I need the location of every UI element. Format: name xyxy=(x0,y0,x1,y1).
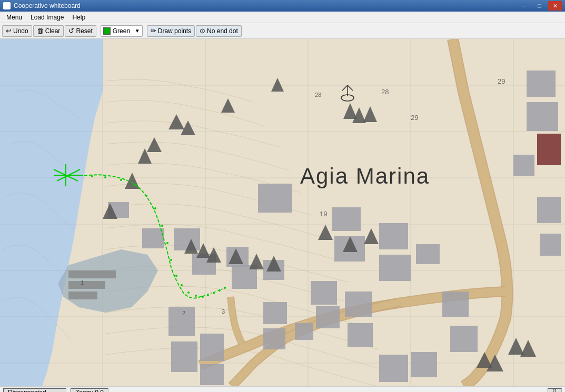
app-icon xyxy=(3,2,11,9)
svg-point-108 xyxy=(224,287,226,289)
svg-point-92 xyxy=(104,176,106,178)
svg-rect-38 xyxy=(295,323,313,340)
svg-rect-24 xyxy=(540,234,561,256)
svg-point-95 xyxy=(145,195,147,197)
svg-rect-32 xyxy=(442,292,469,317)
svg-rect-34 xyxy=(311,281,337,305)
clear-icon: 🗑 xyxy=(37,27,44,35)
svg-text:28: 28 xyxy=(381,88,389,96)
svg-rect-49 xyxy=(200,334,224,361)
svg-text:29: 29 xyxy=(498,77,505,85)
svg-point-107 xyxy=(219,289,221,292)
svg-rect-20 xyxy=(527,102,558,131)
app-title: Cooperative whiteboard xyxy=(14,2,517,9)
undo-label: Undo xyxy=(13,27,28,35)
svg-rect-43 xyxy=(142,228,164,248)
svg-point-100 xyxy=(175,275,177,277)
svg-text:1: 1 xyxy=(81,279,84,286)
svg-rect-18 xyxy=(68,292,97,299)
no-end-dot-label: No end dot xyxy=(207,27,238,35)
svg-point-104 xyxy=(202,296,204,298)
maximize-button[interactable]: □ xyxy=(533,1,547,11)
svg-rect-48 xyxy=(171,341,197,372)
status-right-panel: ⠿ xyxy=(548,388,562,393)
svg-rect-27 xyxy=(332,207,361,231)
draw-points-button[interactable]: ✏ Draw points xyxy=(147,25,195,37)
svg-rect-31 xyxy=(416,244,440,264)
svg-rect-16 xyxy=(68,270,116,278)
svg-text:3: 3 xyxy=(222,308,225,315)
city-name: Agia Marina xyxy=(300,164,430,188)
svg-text:2: 2 xyxy=(182,310,185,316)
svg-rect-26 xyxy=(258,184,292,213)
map-area[interactable]: 28 29 29 19 1 2 3 4 28 Agia Marina xyxy=(0,39,565,386)
svg-point-93 xyxy=(120,179,122,181)
svg-point-91 xyxy=(91,175,93,177)
svg-point-102 xyxy=(187,292,190,294)
svg-text:29: 29 xyxy=(411,114,418,122)
menu-load-image-item[interactable]: Load Image xyxy=(26,13,68,22)
toolbar: ↩ Undo 🗑 Clear ↺ Reset Green ▼ ✏ Draw po… xyxy=(0,23,565,39)
minimize-button[interactable]: ─ xyxy=(517,1,531,11)
menu-menu-item[interactable]: Menu xyxy=(2,13,26,22)
svg-rect-29 xyxy=(379,223,408,249)
color-dropdown[interactable]: Green ▼ xyxy=(101,25,143,37)
svg-point-99 xyxy=(170,259,172,261)
no-end-dot-icon: ⊙ xyxy=(200,27,205,35)
draw-points-icon: ✏ xyxy=(151,27,156,35)
svg-point-98 xyxy=(166,242,168,244)
svg-point-103 xyxy=(195,295,197,297)
reset-button[interactable]: ↺ Reset xyxy=(65,25,96,37)
svg-rect-30 xyxy=(379,255,411,281)
no-end-dot-button[interactable]: ⊙ No end dot xyxy=(196,25,242,37)
svg-rect-17 xyxy=(68,281,105,289)
svg-point-97 xyxy=(161,225,163,227)
svg-rect-36 xyxy=(345,292,372,317)
svg-rect-50 xyxy=(200,364,224,385)
svg-point-106 xyxy=(213,292,215,294)
svg-rect-51 xyxy=(379,355,408,382)
draw-points-label: Draw points xyxy=(158,27,191,35)
color-swatch xyxy=(103,27,111,35)
undo-button[interactable]: ↩ Undo xyxy=(2,25,32,37)
svg-rect-47 xyxy=(168,307,195,336)
svg-rect-44 xyxy=(174,228,200,250)
svg-point-105 xyxy=(207,294,209,296)
close-button[interactable]: ✕ xyxy=(548,1,562,11)
svg-rect-23 xyxy=(537,197,561,223)
svg-rect-39 xyxy=(263,302,287,324)
color-label: Green xyxy=(113,27,130,35)
svg-rect-35 xyxy=(316,306,340,328)
clear-label: Clear xyxy=(45,27,61,35)
svg-text:19: 19 xyxy=(320,210,327,218)
svg-point-94 xyxy=(133,184,135,186)
svg-rect-52 xyxy=(411,352,437,377)
clear-button[interactable]: 🗑 Clear xyxy=(33,25,64,37)
menu-help-item[interactable]: Help xyxy=(68,13,90,22)
chevron-down-icon: ▼ xyxy=(135,28,140,34)
svg-point-101 xyxy=(181,284,183,286)
map-canvas[interactable]: 28 29 29 19 1 2 3 4 28 Agia Marina xyxy=(0,39,565,386)
zoom-info: Zoom: 0.9 xyxy=(71,388,108,393)
svg-rect-37 xyxy=(348,323,373,347)
titlebar: Cooperative whiteboard ─ □ ✕ xyxy=(0,0,565,12)
svg-rect-40 xyxy=(263,328,285,349)
svg-rect-21 xyxy=(537,134,561,165)
window-controls: ─ □ ✕ xyxy=(517,1,562,11)
svg-rect-22 xyxy=(513,155,534,176)
svg-text:28: 28 xyxy=(315,92,321,98)
reset-label: Reset xyxy=(76,27,92,35)
undo-icon: ↩ xyxy=(6,27,12,35)
svg-rect-33 xyxy=(450,326,478,352)
statusbar: Disconnected Zoom: 0.9 ⠿ xyxy=(0,386,565,392)
menubar: Menu Load Image Help xyxy=(0,12,565,23)
svg-rect-19 xyxy=(527,71,556,97)
connection-status: Disconnected xyxy=(3,388,66,393)
svg-point-96 xyxy=(154,207,156,209)
reset-icon: ↺ xyxy=(68,27,74,35)
resize-grip: ⠿ xyxy=(548,388,562,393)
